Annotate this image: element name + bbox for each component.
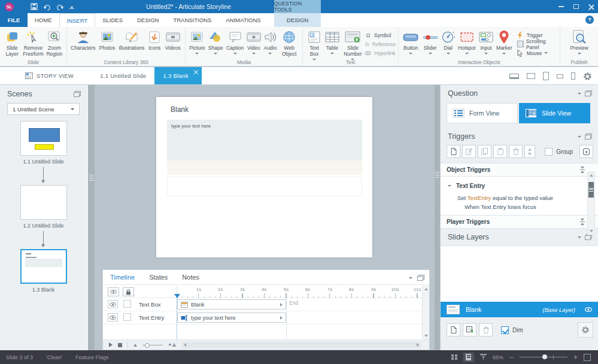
- preview-button[interactable]: Preview: [566, 29, 593, 55]
- bar-expand-arrow-icon[interactable]: [280, 316, 283, 320]
- audio-dropdown-icon[interactable]: [268, 53, 272, 54]
- slide-tab-1-1[interactable]: 1.1 Untitled Slide: [92, 67, 154, 84]
- slide-thumbnail-1-1[interactable]: [20, 121, 67, 156]
- delete-layer-button[interactable]: [479, 323, 493, 336]
- input-button[interactable]: Input: [477, 29, 495, 55]
- video-button[interactable]: Video: [245, 29, 262, 55]
- edit-trigger-button[interactable]: [462, 145, 476, 158]
- object-triggers-header[interactable]: Object Triggers: [441, 163, 598, 177]
- scrolling-panel-button[interactable]: Scrolling Panel: [517, 40, 557, 48]
- hotspot-dropdown-icon[interactable]: [465, 53, 469, 54]
- dial-button[interactable]: Dial: [440, 29, 457, 55]
- tablet-landscape-icon[interactable]: [527, 73, 535, 79]
- fit-to-window-icon[interactable]: [584, 354, 591, 361]
- expand-caret-icon[interactable]: [448, 185, 451, 187]
- notes-tab[interactable]: Notes: [182, 274, 199, 281]
- grid-view-icon[interactable]: [451, 354, 457, 360]
- zoom-slider[interactable]: [520, 357, 567, 357]
- timeline-bar-text-entry[interactable]: type your text here: [177, 313, 286, 323]
- scroll-left-icon[interactable]: [184, 343, 186, 347]
- save-icon[interactable]: [31, 3, 38, 10]
- slide-white-strip[interactable]: [167, 177, 362, 196]
- slide-view-button[interactable]: Slide View: [519, 103, 590, 123]
- new-layer-button[interactable]: [447, 323, 460, 336]
- visibility-eye-icon[interactable]: [108, 313, 118, 321]
- photos-button[interactable]: Photos: [97, 29, 117, 52]
- triggers-scrollbar[interactable]: [587, 172, 595, 235]
- trigger-reorder-buttons[interactable]: [524, 145, 535, 158]
- undo-icon[interactable]: [43, 4, 51, 10]
- scrollbar-grip-icon[interactable]: [435, 172, 439, 178]
- layer-visibility-eye-icon[interactable]: [585, 307, 592, 312]
- base-layer-row[interactable]: Blank (Base Layer): [441, 302, 598, 317]
- video-dropdown-icon[interactable]: [252, 53, 256, 54]
- triggers-menu-caret-icon[interactable]: [578, 136, 581, 138]
- close-icon[interactable]: [588, 4, 594, 10]
- reference-button[interactable]: fx Reference: [365, 40, 396, 48]
- delete-trigger-button[interactable]: [509, 145, 523, 158]
- paste-trigger-button[interactable]: [493, 145, 507, 158]
- maximize-icon[interactable]: [573, 4, 579, 9]
- caption-button[interactable]: Caption: [224, 29, 245, 55]
- desktop-preview-icon[interactable]: [509, 74, 519, 79]
- slide-beige-strip[interactable]: [167, 160, 362, 175]
- timeline-menu-caret-icon[interactable]: [409, 277, 412, 279]
- lock-checkbox[interactable]: [123, 313, 131, 321]
- picture-dropdown-icon[interactable]: [195, 53, 199, 54]
- help-icon[interactable]: ?: [585, 16, 594, 24]
- minimize-icon[interactable]: [558, 6, 564, 7]
- slider-dropdown-icon[interactable]: [429, 53, 432, 54]
- canvas-scrollbar[interactable]: [435, 85, 440, 350]
- button-dropdown-icon[interactable]: [409, 53, 412, 54]
- player-settings-gear-icon[interactable]: [583, 72, 592, 81]
- slide-number-button[interactable]: Slide Number: [341, 29, 365, 61]
- dim-checkbox[interactable]: [501, 326, 509, 334]
- redo-icon[interactable]: [56, 4, 64, 10]
- manage-variables-button[interactable]: x: [579, 145, 593, 158]
- dial-dropdown-icon[interactable]: [447, 53, 450, 54]
- duplicate-layer-button[interactable]: [463, 323, 476, 336]
- stop-icon[interactable]: [118, 343, 122, 347]
- quick-access-dropdown-icon[interactable]: [69, 4, 74, 9]
- player-triggers-header[interactable]: Player Triggers: [441, 215, 598, 229]
- shape-dropdown-icon[interactable]: [214, 53, 217, 54]
- toggle-all-visibility-button[interactable]: [108, 287, 119, 296]
- scroll-up-icon[interactable]: [590, 174, 593, 177]
- text-box-button[interactable]: A Text Box: [305, 29, 323, 61]
- videos-button[interactable]: Videos: [163, 29, 183, 52]
- panel-dock-icon[interactable]: [74, 91, 81, 97]
- preview-dropdown-icon[interactable]: [578, 53, 581, 54]
- zoom-out-timeline-icon[interactable]: [133, 344, 137, 347]
- scrollbar-grip-icon[interactable]: [89, 175, 94, 181]
- slide-thumbnail-1-2[interactable]: [20, 185, 67, 220]
- story-view-tab[interactable]: STORY VIEW: [17, 67, 82, 84]
- collapse-section-icon[interactable]: [580, 166, 585, 173]
- table-dropdown-icon[interactable]: [330, 53, 334, 54]
- tab-slides[interactable]: SLIDES: [95, 13, 130, 27]
- timeline-row-text-entry[interactable]: Text Entry type your text here: [103, 311, 422, 324]
- hotspot-button[interactable]: Hotspot: [457, 29, 477, 55]
- shape-button[interactable]: Shape: [207, 29, 225, 55]
- text-entry-field[interactable]: type your text here: [167, 120, 362, 160]
- zoom-out-icon[interactable]: −: [509, 353, 514, 362]
- timeline-horizontal-scrollbar[interactable]: [182, 342, 421, 348]
- symbol-button[interactable]: Ω Symbol: [365, 31, 396, 40]
- scroll-down-icon[interactable]: [424, 335, 428, 337]
- hyperlink-button[interactable]: Hyperlink: [365, 48, 396, 57]
- slide-stage[interactable]: Blank type your text here: [156, 97, 372, 257]
- tablet-portrait-icon[interactable]: [543, 72, 549, 80]
- zoom-region-button[interactable]: Zoom Region: [45, 29, 64, 58]
- illustrations-button[interactable]: Illustrations: [117, 29, 146, 52]
- scroll-up-icon[interactable]: [424, 288, 428, 290]
- slide-layers-menu-caret-icon[interactable]: [578, 236, 581, 238]
- panel-dock-icon[interactable]: [585, 234, 592, 240]
- zoom-percentage[interactable]: 66%: [493, 354, 503, 360]
- tab-design[interactable]: DESIGN: [130, 13, 166, 27]
- phone-landscape-icon[interactable]: [557, 74, 563, 78]
- timeline-row-text-box[interactable]: Text Box Blank: [103, 298, 422, 311]
- web-object-button[interactable]: Web Object: [278, 29, 300, 58]
- phone-portrait-icon[interactable]: [571, 72, 575, 80]
- tab-home[interactable]: HOME: [28, 13, 59, 27]
- feature-flags-link[interactable]: Feature Flags: [75, 354, 109, 360]
- timeline-zoom-slider[interactable]: [142, 345, 163, 345]
